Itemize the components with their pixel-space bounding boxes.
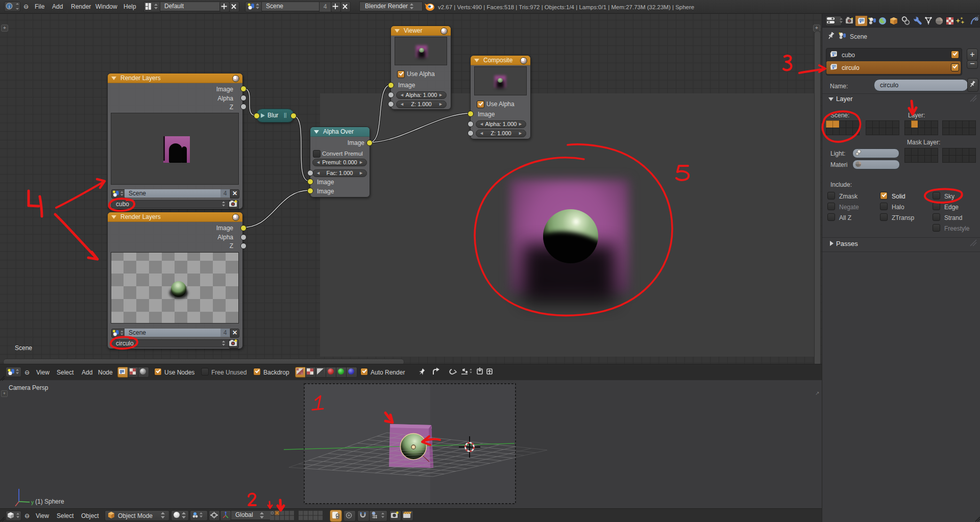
- svg-text:y: y: [31, 500, 34, 505]
